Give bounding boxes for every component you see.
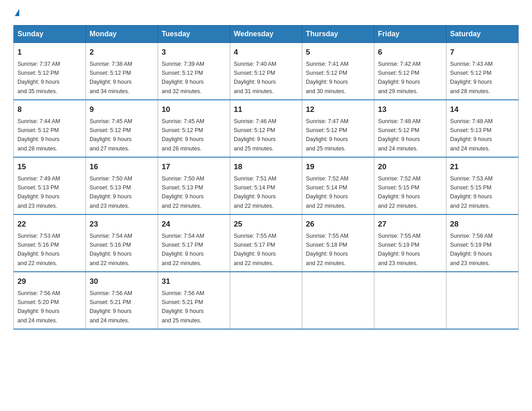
- day-number: 29: [17, 276, 82, 287]
- day-number: 8: [17, 104, 82, 116]
- day-number: 10: [162, 104, 226, 116]
- day-number: 22: [17, 218, 82, 230]
- calendar-cell: 20 Sunrise: 7:52 AMSunset: 5:15 PMDaylig…: [374, 157, 446, 214]
- day-info: Sunrise: 7:38 AMSunset: 5:12 PMDaylight:…: [90, 61, 132, 94]
- day-info: Sunrise: 7:49 AMSunset: 5:13 PMDaylight:…: [17, 176, 60, 209]
- day-info: Sunrise: 7:52 AMSunset: 5:15 PMDaylight:…: [378, 176, 420, 209]
- day-info: Sunrise: 7:50 AMSunset: 5:13 PMDaylight:…: [162, 176, 204, 209]
- calendar-cell: 9 Sunrise: 7:45 AMSunset: 5:12 PMDayligh…: [86, 100, 158, 157]
- week-row-1: 1 Sunrise: 7:37 AMSunset: 5:12 PMDayligh…: [14, 43, 519, 100]
- day-info: Sunrise: 7:48 AMSunset: 5:12 PMDaylight:…: [378, 118, 420, 152]
- day-info: Sunrise: 7:53 AMSunset: 5:15 PMDaylight:…: [450, 176, 493, 209]
- day-info: Sunrise: 7:52 AMSunset: 5:14 PMDaylight:…: [306, 176, 348, 209]
- week-row-2: 8 Sunrise: 7:44 AMSunset: 5:12 PMDayligh…: [14, 100, 519, 157]
- week-row-3: 15 Sunrise: 7:49 AMSunset: 5:13 PMDaylig…: [14, 157, 519, 214]
- day-info: Sunrise: 7:55 AMSunset: 5:18 PMDaylight:…: [306, 233, 348, 266]
- day-info: Sunrise: 7:50 AMSunset: 5:13 PMDaylight:…: [90, 176, 132, 209]
- header-row: SundayMondayTuesdayWednesdayThursdayFrid…: [14, 26, 519, 43]
- calendar-cell: 31 Sunrise: 7:56 AMSunset: 5:21 PMDaylig…: [158, 272, 230, 329]
- day-number: 27: [378, 218, 442, 230]
- calendar-cell: 11 Sunrise: 7:46 AMSunset: 5:12 PMDaylig…: [230, 100, 302, 157]
- calendar-cell: 14 Sunrise: 7:48 AMSunset: 5:13 PMDaylig…: [446, 100, 519, 157]
- day-number: 31: [162, 276, 226, 287]
- calendar-cell: 22 Sunrise: 7:53 AMSunset: 5:16 PMDaylig…: [14, 214, 86, 272]
- calendar-cell: [374, 272, 446, 329]
- day-info: Sunrise: 7:39 AMSunset: 5:12 PMDaylight:…: [162, 61, 204, 94]
- day-number: 16: [90, 161, 154, 173]
- header-cell-saturday: Saturday: [446, 26, 519, 43]
- calendar-cell: 13 Sunrise: 7:48 AMSunset: 5:12 PMDaylig…: [374, 100, 446, 157]
- calendar-cell: 6 Sunrise: 7:42 AMSunset: 5:12 PMDayligh…: [374, 43, 446, 100]
- day-number: 24: [162, 218, 226, 230]
- calendar-cell: 8 Sunrise: 7:44 AMSunset: 5:12 PMDayligh…: [14, 100, 86, 157]
- day-number: 17: [162, 161, 226, 173]
- day-number: 19: [306, 161, 370, 173]
- calendar-cell: 2 Sunrise: 7:38 AMSunset: 5:12 PMDayligh…: [86, 43, 158, 100]
- calendar-cell: 17 Sunrise: 7:50 AMSunset: 5:13 PMDaylig…: [158, 157, 230, 214]
- day-info: Sunrise: 7:44 AMSunset: 5:12 PMDaylight:…: [17, 118, 60, 152]
- day-number: 14: [450, 104, 515, 116]
- day-number: 6: [378, 47, 442, 58]
- calendar-cell: 24 Sunrise: 7:54 AMSunset: 5:17 PMDaylig…: [158, 214, 230, 272]
- day-number: 9: [90, 104, 154, 116]
- week-row-5: 29 Sunrise: 7:56 AMSunset: 5:20 PMDaylig…: [14, 272, 519, 329]
- calendar-cell: 25 Sunrise: 7:55 AMSunset: 5:17 PMDaylig…: [230, 214, 302, 272]
- day-number: 1: [17, 47, 82, 58]
- calendar-cell: 16 Sunrise: 7:50 AMSunset: 5:13 PMDaylig…: [86, 157, 158, 214]
- header-cell-thursday: Thursday: [302, 26, 374, 43]
- calendar-cell: 18 Sunrise: 7:51 AMSunset: 5:14 PMDaylig…: [230, 157, 302, 214]
- calendar-cell: 27 Sunrise: 7:55 AMSunset: 5:19 PMDaylig…: [374, 214, 446, 272]
- calendar-cell: 19 Sunrise: 7:52 AMSunset: 5:14 PMDaylig…: [302, 157, 374, 214]
- day-number: 30: [90, 276, 154, 287]
- calendar-cell: [230, 272, 302, 329]
- header-cell-tuesday: Tuesday: [158, 26, 230, 43]
- day-info: Sunrise: 7:37 AMSunset: 5:12 PMDaylight:…: [17, 61, 60, 94]
- day-info: Sunrise: 7:54 AMSunset: 5:16 PMDaylight:…: [90, 233, 132, 266]
- day-info: Sunrise: 7:53 AMSunset: 5:16 PMDaylight:…: [17, 233, 60, 266]
- day-info: Sunrise: 7:48 AMSunset: 5:13 PMDaylight:…: [450, 118, 493, 152]
- header-cell-sunday: Sunday: [14, 26, 86, 43]
- calendar-cell: [302, 272, 374, 329]
- day-info: Sunrise: 7:54 AMSunset: 5:17 PMDaylight:…: [162, 233, 204, 266]
- day-number: 18: [234, 161, 298, 173]
- calendar-cell: 1 Sunrise: 7:37 AMSunset: 5:12 PMDayligh…: [14, 43, 86, 100]
- day-number: 26: [306, 218, 370, 230]
- day-number: 11: [234, 104, 298, 116]
- day-number: 2: [90, 47, 154, 58]
- day-info: Sunrise: 7:56 AMSunset: 5:19 PMDaylight:…: [450, 233, 493, 266]
- day-number: 15: [17, 161, 82, 173]
- calendar-cell: 15 Sunrise: 7:49 AMSunset: 5:13 PMDaylig…: [14, 157, 86, 214]
- header-cell-wednesday: Wednesday: [230, 26, 302, 43]
- logo-triangle-icon: [15, 9, 19, 16]
- day-info: Sunrise: 7:41 AMSunset: 5:12 PMDaylight:…: [306, 61, 348, 94]
- day-number: 12: [306, 104, 370, 116]
- day-number: 4: [234, 47, 298, 58]
- day-info: Sunrise: 7:40 AMSunset: 5:12 PMDaylight:…: [234, 61, 276, 94]
- day-number: 25: [234, 218, 298, 230]
- calendar-cell: 4 Sunrise: 7:40 AMSunset: 5:12 PMDayligh…: [230, 43, 302, 100]
- calendar-cell: [446, 272, 519, 329]
- day-number: 13: [378, 104, 442, 116]
- week-row-4: 22 Sunrise: 7:53 AMSunset: 5:16 PMDaylig…: [14, 214, 519, 272]
- day-number: 5: [306, 47, 370, 58]
- page-header: [13, 9, 519, 16]
- day-number: 21: [450, 161, 515, 173]
- day-info: Sunrise: 7:55 AMSunset: 5:19 PMDaylight:…: [378, 233, 420, 266]
- calendar-cell: 29 Sunrise: 7:56 AMSunset: 5:20 PMDaylig…: [14, 272, 86, 329]
- day-info: Sunrise: 7:56 AMSunset: 5:20 PMDaylight:…: [17, 290, 60, 324]
- day-info: Sunrise: 7:45 AMSunset: 5:12 PMDaylight:…: [162, 118, 204, 152]
- calendar-cell: 28 Sunrise: 7:56 AMSunset: 5:19 PMDaylig…: [446, 214, 519, 272]
- calendar-header: SundayMondayTuesdayWednesdayThursdayFrid…: [14, 26, 519, 43]
- day-info: Sunrise: 7:46 AMSunset: 5:12 PMDaylight:…: [234, 118, 276, 152]
- calendar-cell: 3 Sunrise: 7:39 AMSunset: 5:12 PMDayligh…: [158, 43, 230, 100]
- day-info: Sunrise: 7:42 AMSunset: 5:12 PMDaylight:…: [378, 61, 420, 94]
- logo: [13, 9, 19, 16]
- day-info: Sunrise: 7:43 AMSunset: 5:12 PMDaylight:…: [450, 61, 493, 94]
- day-info: Sunrise: 7:56 AMSunset: 5:21 PMDaylight:…: [90, 290, 132, 324]
- day-info: Sunrise: 7:55 AMSunset: 5:17 PMDaylight:…: [234, 233, 276, 266]
- day-number: 7: [450, 47, 515, 58]
- calendar-cell: 26 Sunrise: 7:55 AMSunset: 5:18 PMDaylig…: [302, 214, 374, 272]
- calendar-cell: 7 Sunrise: 7:43 AMSunset: 5:12 PMDayligh…: [446, 43, 519, 100]
- calendar-cell: 23 Sunrise: 7:54 AMSunset: 5:16 PMDaylig…: [86, 214, 158, 272]
- day-number: 20: [378, 161, 442, 173]
